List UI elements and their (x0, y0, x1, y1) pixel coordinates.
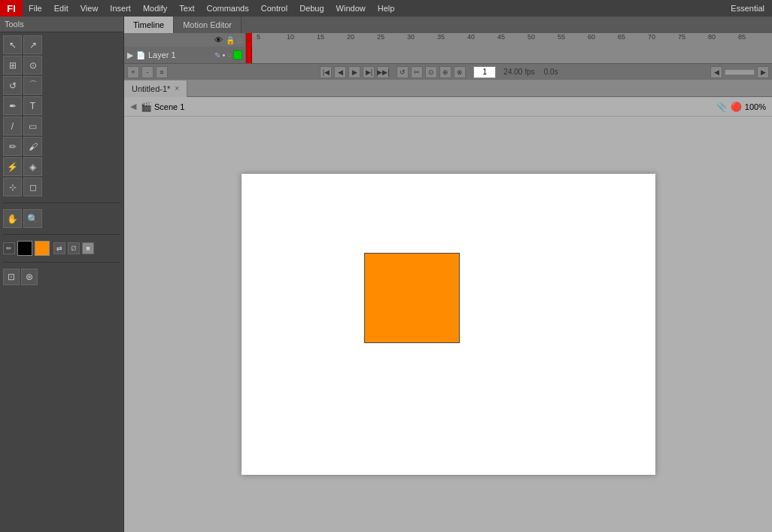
text-tool[interactable]: T (23, 96, 42, 115)
no-color-icon[interactable]: ∅ (68, 242, 80, 254)
menu-debug[interactable]: Debug (293, 0, 330, 17)
menu-window[interactable]: Window (330, 0, 372, 17)
menu-view[interactable]: View (74, 0, 105, 17)
doc-tab[interactable]: Untitled-1* × (124, 81, 187, 97)
scene-btn[interactable]: 🎬 Scene 1 (141, 102, 184, 112)
play-btn[interactable]: ▶ (348, 66, 360, 78)
timeline-tab-bar: Timeline Motion Editor (124, 17, 772, 33)
layer-header-space: 👁 🔒 □ (124, 33, 246, 47)
onion2-btn[interactable]: ⊕ (439, 66, 451, 78)
onion3-btn[interactable]: ⊗ (454, 66, 466, 78)
pencil-tool[interactable]: ✏ (3, 137, 22, 156)
fps-value: 24.00 (503, 68, 522, 76)
menu-edit[interactable]: Edit (48, 0, 74, 17)
outline-icon[interactable]: □ (238, 36, 242, 44)
doc-close-btn[interactable]: × (175, 84, 179, 93)
extra-colors-icon[interactable]: ■ (82, 242, 94, 254)
line-tool[interactable]: / (3, 117, 22, 135)
lock-icon[interactable]: 🔒 (226, 36, 235, 44)
eraser-tool[interactable]: ◻ (23, 178, 42, 196)
timeline-scrollbar[interactable] (725, 69, 755, 75)
lasso-tool[interactable]: ⌒ (23, 76, 42, 95)
layer-outline-icon[interactable]: ○ (226, 50, 232, 59)
swap-colors-icon[interactable]: ⇄ (53, 242, 65, 254)
layer-dot-icon[interactable]: • (222, 50, 225, 59)
menu-commands[interactable]: Commands (200, 0, 254, 17)
paint-bucket-tool[interactable]: ◈ (23, 157, 42, 176)
tab-motion-editor[interactable]: Motion Editor (174, 17, 242, 33)
tab-timeline[interactable]: Timeline (124, 17, 174, 33)
snap-icon[interactable]: ⊡ (3, 269, 20, 285)
gradient-tool[interactable]: ⊙ (23, 56, 42, 74)
zoom-area: 📎 🔴 100% (716, 102, 766, 112)
menu-control[interactable]: Control (255, 0, 293, 17)
onion-btn[interactable]: ⊙ (425, 66, 437, 78)
menu-help[interactable]: Help (372, 0, 401, 17)
loop-btn[interactable]: ↺ (397, 66, 409, 78)
zoom-tool[interactable]: 🔍 (23, 209, 42, 228)
next-frame-btn[interactable]: ▶| (363, 66, 375, 78)
timeline-scroll-right-btn[interactable]: ▶ (757, 66, 769, 78)
layer-icons: ✎ • ○ (214, 50, 242, 59)
menu-insert[interactable]: Insert (104, 0, 137, 17)
color-icon: 🔴 (731, 102, 742, 112)
main-layout: Tools ↖ ↗ ⊞ ⊙ ↺ ⌒ ✒ T / ▭ ✏ 🖌 ⚡ ◈ ⊹ ◻ (0, 17, 772, 532)
current-frame-input[interactable]: 1 (473, 66, 496, 78)
clip-btn[interactable]: ✂ (411, 66, 423, 78)
prev-frame-btn[interactable]: ◀ (334, 66, 346, 78)
orange-rectangle[interactable] (364, 253, 460, 343)
eyedropper-tool[interactable]: ⊹ (3, 178, 22, 196)
3d-rotation-tool[interactable]: ↺ (3, 76, 22, 95)
layer-props-btn[interactable]: ≡ (156, 66, 168, 78)
bone-tool[interactable]: ⚡ (3, 157, 22, 176)
app-icon: Fl (0, 0, 23, 17)
ruler-tick-30: 30 (407, 33, 415, 41)
hand-tool[interactable]: ✋ (3, 209, 22, 228)
timeline-ruler: 5 10 15 20 25 30 35 40 45 50 55 60 65 70 (246, 33, 772, 47)
stroke-color-swatch[interactable] (17, 241, 32, 256)
timeline-scroll-btn[interactable]: ◀ (710, 66, 722, 78)
canvas (242, 174, 655, 475)
ruler-tick-80: 80 (708, 33, 716, 41)
stage-area[interactable] (124, 117, 772, 532)
clip-icon: 📎 (716, 102, 728, 112)
ruler-tick-15: 15 (317, 33, 324, 41)
layer-name[interactable]: Layer 1 (148, 50, 176, 59)
playhead-marker[interactable] (246, 33, 252, 47)
pen-tool[interactable]: ✒ (3, 96, 22, 115)
brush-tool[interactable]: 🖌 (23, 137, 42, 156)
layer-color-icon (233, 50, 242, 59)
breadcrumb-back-btn[interactable]: ◀ (130, 102, 136, 111)
eye-icon[interactable]: 👁 (214, 35, 223, 44)
doc-title: Untitled-1* (132, 84, 170, 93)
ruler-tick-45: 45 (497, 33, 505, 41)
layer-expand-icon[interactable]: ▶ (127, 50, 133, 60)
menu-text[interactable]: Text (173, 0, 200, 17)
menubar: Fl File Edit View Insert Modify Text Com… (0, 0, 772, 17)
menu-file[interactable]: File (23, 0, 48, 17)
ruler-tick-5: 5 (257, 33, 260, 41)
menu-modify[interactable]: Modify (137, 0, 173, 17)
ruler-tick-65: 65 (618, 33, 625, 41)
tools-divider (3, 202, 120, 203)
selection-tool[interactable]: ↖ (3, 35, 22, 54)
free-transform-tool[interactable]: ⊞ (3, 56, 22, 74)
smooth-icon[interactable]: ⊛ (21, 269, 38, 285)
fill-color-swatch[interactable] (35, 241, 50, 256)
rect-tool[interactable]: ▭ (23, 117, 42, 135)
add-layer-btn[interactable]: + (127, 66, 139, 78)
stroke-color-btn[interactable]: ✏ (3, 242, 15, 254)
ruler-tick-40: 40 (467, 33, 475, 41)
layer-icon: 📄 (136, 51, 145, 59)
ruler-tick-20: 20 (347, 33, 354, 41)
scene-icon: 🎬 (141, 102, 152, 112)
last-frame-btn[interactable]: ▶▶| (377, 66, 389, 78)
layer-name-area: ▶ 📄 Layer 1 ✎ • ○ (124, 47, 246, 63)
ruler-tick-35: 35 (437, 33, 445, 41)
frame-row[interactable] (246, 47, 772, 63)
layer-pencil-icon[interactable]: ✎ (214, 51, 220, 59)
ruler-tick-10: 10 (287, 33, 294, 41)
subselection-tool[interactable]: ↗ (23, 35, 42, 54)
first-frame-btn[interactable]: |◀ (320, 66, 332, 78)
delete-layer-btn[interactable]: - (141, 66, 153, 78)
